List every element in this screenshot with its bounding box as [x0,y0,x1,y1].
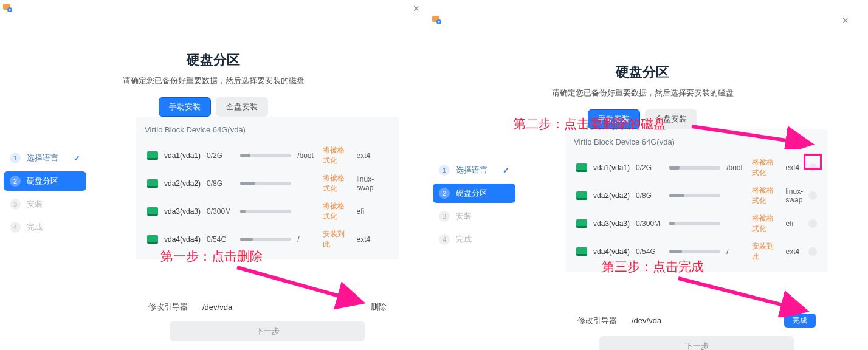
row-select-radio[interactable] [808,219,817,228]
next-button[interactable]: 下一步 [599,336,794,350]
sidebar-item-partition[interactable]: 2 硬盘分区 [433,184,515,203]
page-title: 硬盘分区 [429,63,856,81]
disk-icon [147,207,158,216]
row-select-radio[interactable] [808,247,817,256]
check-icon: ✓ [503,166,509,175]
sidebar-item-label: 硬盘分区 [27,176,58,187]
partition-row[interactable]: vda3(vda3) 0/300M 将被格式化 efi [145,197,390,225]
sidebar-item-partition[interactable]: 2 硬盘分区 [4,171,86,191]
highlight-box [804,154,822,170]
annotation-step1: 第一步：点击删除 [160,248,263,265]
sidebar-item-language[interactable]: 1 选择语言 ✓ [433,160,515,180]
check-icon: ✓ [74,154,80,163]
close-icon[interactable]: × [413,2,419,15]
disk-panel: Virtio Block Device 64G(vda) vda1(vda1) … [136,117,399,259]
usage-bar [240,182,291,185]
sidebar-item-label: 硬盘分区 [456,188,487,199]
partition-row[interactable]: vda1(vda1) 0/2G /boot 将被格式化 ext4 [574,154,819,182]
disk-icon [147,235,158,244]
sidebar-item-label: 选择语言 [456,165,487,176]
bootloader-value[interactable]: /dev/vda [632,316,661,325]
sidebar-item-finish[interactable]: 4 完成 [433,230,515,249]
disk-icon [576,191,587,200]
app-logo-icon [432,15,441,24]
usage-bar [669,250,720,253]
disk-icon [147,151,158,160]
done-button[interactable]: 完成 [784,314,816,328]
sidebar-item-label: 选择语言 [27,153,58,163]
app-logo-icon [2,2,12,12]
tab-manual-install[interactable]: 手动安装 [159,97,211,117]
close-icon[interactable]: × [842,15,849,27]
install-mode-tabs: 手动安装 全盘安装 [0,97,427,117]
sidebar-item-label: 完成 [27,222,43,233]
disk-title: Virtio Block Device 64G(vda) [574,137,819,146]
partition-row[interactable]: vda2(vda2) 0/8G 将被格式化 linux-swap [145,170,390,197]
bootloader-value[interactable]: /dev/vda [202,303,232,312]
next-button[interactable]: 下一步 [170,321,365,341]
sidebar-item-label: 安装 [456,211,472,222]
partition-row[interactable]: vda1(vda1) 0/2G /boot 将被格式化 ext4 [145,142,390,170]
sidebar-item-install[interactable]: 3 安装 [4,194,86,214]
usage-bar [669,166,720,170]
bottom-bar: 修改引导器 /dev/vda 完成 下一步 [565,310,828,350]
disk-icon [576,219,587,228]
usage-bar [240,210,291,213]
disk-icon [147,179,158,188]
usage-bar [240,238,291,241]
bottom-bar: 修改引导器 /dev/vda 删除 下一步 [136,298,399,341]
svg-line-6 [678,278,802,310]
step-sidebar: 1 选择语言 ✓ 2 硬盘分区 3 安装 4 完成 [433,160,515,253]
sidebar-item-install[interactable]: 3 安装 [433,207,515,226]
page-subtitle: 请确定您已备份好重要数据，然后选择要安装的磁盘 [429,88,856,98]
step-sidebar: 1 选择语言 ✓ 2 硬盘分区 3 安装 4 完成 [4,148,86,241]
disk-icon [576,163,587,172]
sidebar-item-label: 完成 [456,234,472,245]
disk-icon [576,247,587,256]
usage-bar [669,194,720,197]
svg-line-2 [237,267,359,301]
delete-button[interactable]: 删除 [371,301,387,312]
bootloader-label: 修改引导器 [148,301,188,312]
disk-title: Virtio Block Device 64G(vda) [145,125,390,134]
installer-window-right: × 硬盘分区 请确定您已备份好重要数据，然后选择要安装的磁盘 手动安装 全盘安装… [429,12,856,350]
row-select-radio[interactable] [808,191,817,200]
disk-panel: Virtio Block Device 64G(vda) vda1(vda1) … [565,129,828,272]
sidebar-item-language[interactable]: 1 选择语言 ✓ [4,148,86,168]
usage-bar [240,154,291,157]
tab-full-install[interactable]: 全盘安装 [216,97,268,117]
installer-window-left: × 硬盘分区 请确定您已备份好重要数据，然后选择要安装的磁盘 手动安装 全盘安装… [0,0,427,340]
partition-row[interactable]: vda3(vda3) 0/300M 将被格式化 efi [574,210,819,238]
page-subtitle: 请确定您已备份好重要数据，然后选择要安装的磁盘 [0,75,427,86]
bootloader-label: 修改引导器 [577,315,617,326]
sidebar-item-finish[interactable]: 4 完成 [4,218,86,237]
annotation-step3: 第三步：点击完成 [602,258,704,275]
annotation-step2: 第二步：点击要删除的磁盘 [513,115,666,132]
page-title: 硬盘分区 [0,51,427,69]
partition-row[interactable]: vda2(vda2) 0/8G 将被格式化 linux-swap [574,182,819,210]
usage-bar [669,222,720,225]
sidebar-item-label: 安装 [27,199,43,210]
